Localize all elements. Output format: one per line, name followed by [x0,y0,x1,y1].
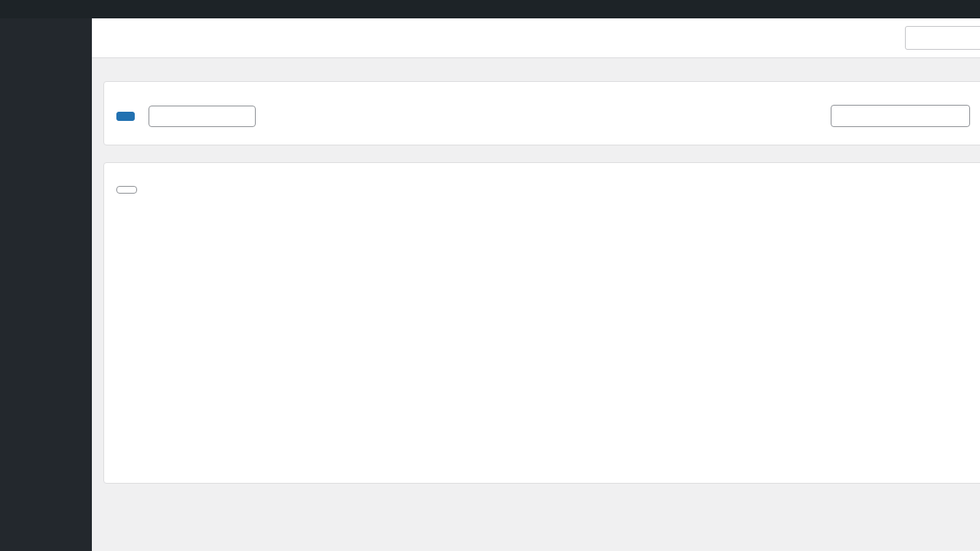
main-content [92,18,980,551]
admin-sidebar [0,18,92,551]
admin-bar [0,0,980,18]
page-head [92,58,980,81]
link-search-input[interactable] [149,106,256,127]
total-clicks-card [103,81,980,145]
documentation-button[interactable] [905,26,980,50]
plugin-header [92,18,980,58]
period-select[interactable] [116,186,137,194]
most-popular-links-card [103,162,980,484]
date-range-input[interactable] [831,105,970,127]
all-links-button[interactable] [116,112,135,121]
